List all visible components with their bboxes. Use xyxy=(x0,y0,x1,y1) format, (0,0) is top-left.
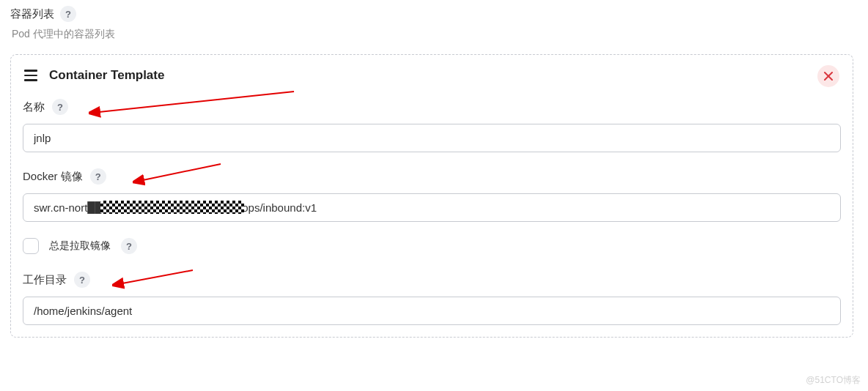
working-dir-label: 工作目录 xyxy=(23,273,67,287)
watermark: @51CTO博客 xyxy=(806,374,861,387)
help-icon[interactable]: ? xyxy=(90,168,106,185)
docker-image-label: Docker 镜像 xyxy=(23,170,83,184)
always-pull-label: 总是拉取镜像 xyxy=(49,239,111,253)
section-title: 容器列表 xyxy=(10,7,54,21)
drag-handle-icon[interactable] xyxy=(23,68,39,83)
container-template-card: Container Template 名称 ? Docker 镜像 ? xyxy=(10,54,853,338)
help-icon[interactable]: ? xyxy=(121,238,137,254)
help-icon[interactable]: ? xyxy=(74,272,90,288)
docker-image-input[interactable] xyxy=(23,193,841,222)
section-subtitle: Pod 代理中的容器列表 xyxy=(10,28,853,41)
working-dir-input[interactable] xyxy=(23,297,841,325)
close-icon xyxy=(824,72,833,81)
help-icon[interactable]: ? xyxy=(52,99,68,115)
close-button[interactable] xyxy=(817,65,839,87)
name-input[interactable] xyxy=(23,124,841,152)
card-title: Container Template xyxy=(49,68,164,83)
name-label: 名称 xyxy=(23,100,45,114)
help-icon[interactable]: ? xyxy=(60,6,76,22)
always-pull-checkbox[interactable] xyxy=(23,238,39,254)
